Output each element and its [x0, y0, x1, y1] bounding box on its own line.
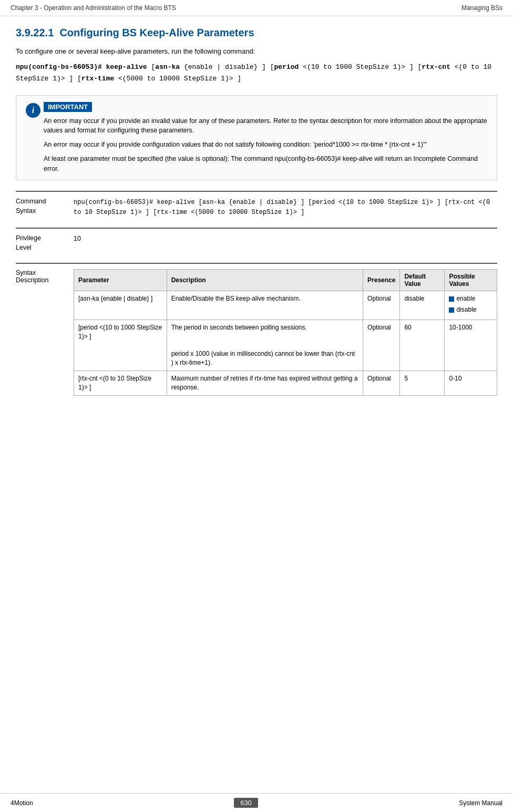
cmd-part1: npu(config-bs-66053)# keep-alive: [16, 63, 147, 71]
cell-parameter: [rtx-cnt <(0 to 10 StepSize 1)> ]: [74, 371, 167, 395]
cell-presence: Optional: [363, 371, 400, 395]
page-number: 630: [234, 798, 258, 808]
section-title: 3.9.22.1 Configuring BS Keep-Alive Param…: [16, 27, 497, 39]
table-row: [rtx-cnt <(0 to 10 StepSize 1)> ]Maximum…: [74, 371, 497, 395]
col-description: Description: [167, 270, 363, 291]
intro-text: To configure one or several keep-alive p…: [16, 47, 497, 55]
cell-description: The period in seconds between polling se…: [167, 320, 363, 371]
cell-parameter: [asn-ka {enable | disable} ]: [74, 291, 167, 320]
important-para-1: An error may occur if you provide an inv…: [44, 116, 490, 136]
table-header-row: Parameter Description Presence Default V…: [74, 270, 497, 291]
cell-possible: enabledisable: [445, 291, 497, 320]
info-icon: i: [26, 103, 40, 118]
important-icon-wrap: i: [23, 102, 44, 174]
cell-default: 5: [400, 371, 445, 395]
command-syntax-value: npu(config-bs-66053)# keep-alive [asn-ka…: [74, 197, 497, 217]
header-left: Chapter 3 - Operation and Administration…: [11, 4, 176, 12]
col-presence: Presence: [363, 270, 400, 291]
cell-description: Enable/Disable the BS keep-alive mechani…: [167, 291, 363, 320]
cmd-period-bold: period: [274, 63, 299, 71]
important-box: i IMPORTANT An error may occur if you pr…: [16, 95, 497, 181]
cell-presence: Optional: [363, 320, 400, 371]
cell-description: Maximum number of retries if rtx-time ha…: [167, 371, 363, 395]
header-right: Managing BSs: [461, 4, 502, 12]
privilege-level-section: Privilege Level 10: [16, 228, 497, 258]
page-footer: 4Motion 630 System Manual: [0, 793, 513, 812]
cmd-rtxtime-bold: rtx-time: [81, 75, 114, 83]
col-possible: Possible Values: [445, 270, 497, 291]
page-content: 3.9.22.1 Configuring BS Keep-Alive Param…: [0, 16, 513, 438]
command-syntax-label: Command Syntax: [16, 197, 74, 215]
col-default: Default Value: [400, 270, 445, 291]
table-row: [asn-ka {enable | disable} ]Enable/Disab…: [74, 291, 497, 320]
syntax-desc-label: Syntax Description: [16, 269, 74, 284]
cell-default: 60: [400, 320, 445, 371]
possible-item: disable: [449, 305, 493, 314]
privilege-value: 10: [74, 234, 497, 244]
blue-square-icon: [449, 307, 454, 313]
syntax-table-wrap: Parameter Description Presence Default V…: [74, 269, 497, 395]
important-para-2: An error may occur if you provide config…: [44, 140, 490, 150]
section-heading: Configuring BS Keep-Alive Parameters: [59, 27, 254, 38]
cmd-rtxcnt-bold: rtx-cnt: [422, 63, 450, 71]
col-parameter: Parameter: [74, 270, 167, 291]
cell-presence: Optional: [363, 291, 400, 320]
table-row: [period <(10 to 1000 StepSize 1)> ]The p…: [74, 320, 497, 371]
cell-parameter: [period <(10 to 1000 StepSize 1)> ]: [74, 320, 167, 371]
section-number: 3.9.22.1: [16, 27, 54, 38]
syntax-table: Parameter Description Presence Default V…: [74, 269, 497, 395]
cmd-asn-bold: asn-ka: [155, 63, 180, 71]
footer-right: System Manual: [459, 799, 502, 807]
syntax-description-section: Syntax Description Parameter Description…: [16, 263, 497, 400]
cell-possible: 10-1000: [445, 320, 497, 371]
important-content: IMPORTANT An error may occur if you prov…: [44, 102, 490, 174]
cell-default: disable: [400, 291, 445, 320]
cell-possible: 0-10: [445, 371, 497, 395]
command-block: npu(config-bs-66053)# keep-alive [asn-ka…: [16, 61, 497, 85]
command-syntax-section: Command Syntax npu(config-bs-66053)# kee…: [16, 191, 497, 222]
possible-item: enable: [449, 294, 493, 303]
footer-left: 4Motion: [11, 799, 33, 807]
important-para-3: At least one parameter must be specified…: [44, 154, 490, 174]
page-header: Chapter 3 - Operation and Administration…: [0, 0, 513, 16]
blue-square-icon: [449, 296, 454, 302]
important-label: IMPORTANT: [44, 102, 92, 112]
privilege-label: Privilege Level: [16, 234, 74, 252]
